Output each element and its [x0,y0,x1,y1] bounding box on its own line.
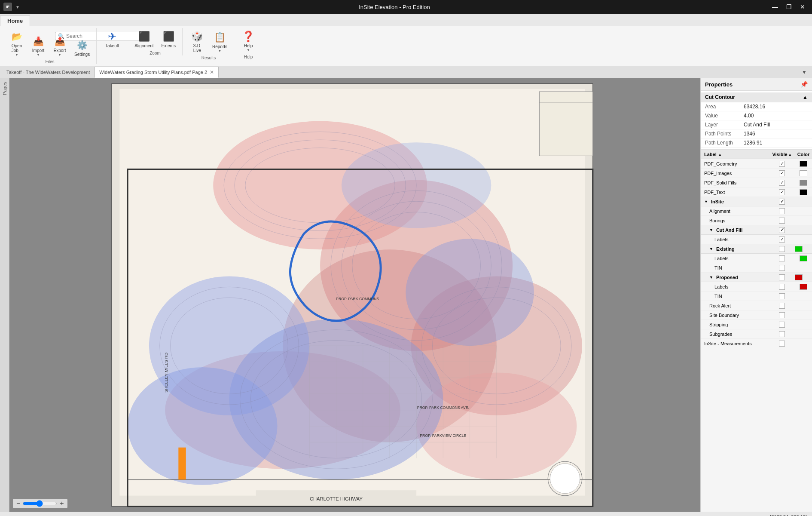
layer-color-existing[interactable] [795,246,812,252]
close-button[interactable]: ✕ [797,3,809,11]
visibility-check-stripping[interactable] [779,322,785,328]
color-swatch-pdf-solid-fills[interactable] [800,180,807,186]
layer-row-existing[interactable]: ▼Existing [701,244,812,254]
layer-row-tin-1[interactable]: TIN [701,263,812,273]
export-button[interactable]: 📤 Export ▼ [50,33,70,58]
canvas-area[interactable]: CHARLOTTE HIGHWAY SHELLEY MILLS RD PROP.… [9,78,700,512]
col-label[interactable]: Label ▲ [701,150,769,159]
minimize-button[interactable]: — [769,3,781,11]
layer-color-pdf-images[interactable] [795,170,812,176]
visibility-check-pdf-images[interactable] [779,170,785,176]
color-swatch-proposed[interactable] [795,274,803,280]
layer-vis-cut-and-fill[interactable] [769,227,795,233]
color-swatch-pdf-images[interactable] [800,170,807,176]
visibility-check-pdf-text[interactable] [779,189,785,195]
takeoff-button[interactable]: ✈ Takeoff [101,28,123,50]
layer-vis-existing[interactable] [769,246,795,252]
visibility-check-tin-1[interactable] [779,265,785,271]
color-swatch-labels-3[interactable] [800,284,807,290]
layer-row-stripping[interactable]: Stripping [701,320,812,329]
layer-row-pdf-text[interactable]: PDF_Text [701,187,812,197]
visibility-check-tin-2[interactable] [779,293,785,299]
visibility-check-pdf-solid-fills[interactable] [779,180,785,186]
color-swatch-pdf-text[interactable] [800,189,807,195]
layer-vis-tin-1[interactable] [769,265,795,271]
color-swatch-existing[interactable] [795,246,803,252]
settings-button[interactable]: ⚙️ Settings [71,37,93,58]
layer-vis-labels-2[interactable] [769,255,795,261]
layer-row-proposed[interactable]: ▼Proposed [701,273,812,282]
visibility-check-site-boundary[interactable] [779,312,785,318]
layer-row-tin-2[interactable]: TIN [701,292,812,301]
tab-plan-close[interactable]: ✕ [210,69,214,75]
col-visible[interactable]: Visible ▲ [769,150,795,159]
layer-color-pdf-text[interactable] [795,189,812,195]
layer-vis-stripping[interactable] [769,322,795,328]
layer-vis-labels-1[interactable] [769,236,795,243]
layer-row-labels-1[interactable]: Labels [701,235,812,244]
layer-row-cut-and-fill[interactable]: ▼Cut And Fill [701,225,812,235]
visibility-check-insite[interactable] [779,199,785,205]
color-swatch-labels-2[interactable] [800,255,807,261]
zoom-plus-button[interactable]: + [59,500,64,507]
group-arrow-proposed[interactable]: ▼ [709,275,713,280]
visibility-check-labels-3[interactable] [779,284,785,290]
layer-color-proposed[interactable] [795,274,812,280]
layer-row-labels-3[interactable]: Labels [701,282,812,292]
group-arrow-insite[interactable]: ▼ [704,200,708,204]
layer-vis-rock-alert[interactable] [769,303,795,309]
visibility-check-borings[interactable] [779,218,785,224]
layer-row-borings[interactable]: Borings [701,216,812,225]
visibility-check-pdf-geometry[interactable] [779,161,785,167]
help-button[interactable]: ❓ Help ▼ [238,28,258,54]
visibility-check-cut-and-fill[interactable] [779,227,785,233]
layer-color-labels-2[interactable] [795,255,812,261]
visibility-check-alignment[interactable] [779,208,785,214]
visibility-check-existing[interactable] [779,246,785,252]
reports-button[interactable]: 📋 Reports ▼ [209,29,230,55]
menu-arrow[interactable]: ▼ [15,5,20,9]
tab-dropdown-arrow[interactable]: ▼ [798,69,810,75]
layer-vis-proposed[interactable] [769,274,795,280]
extents-button[interactable]: ⬛ Extents [159,28,179,50]
properties-pin-icon[interactable]: 📌 [800,81,808,88]
pages-label[interactable]: Pages [2,82,7,95]
3d-live-button[interactable]: 🎲 3-DLive [187,28,208,55]
layer-row-rock-alert[interactable]: Rock Alert [701,301,812,310]
layer-vis-site-boundary[interactable] [769,312,795,318]
layer-row-pdf-geometry[interactable]: PDF_Geometry [701,159,812,169]
layer-row-alignment[interactable]: Alignment [701,206,812,216]
layer-vis-subgrades[interactable] [769,331,795,337]
cut-contour-collapse[interactable]: ▲ [803,94,808,100]
visibility-check-insite-measurements[interactable] [779,341,785,347]
layer-color-pdf-geometry[interactable] [795,161,812,167]
layer-vis-alignment[interactable] [769,208,795,214]
layer-vis-tin-2[interactable] [769,293,795,299]
layer-vis-labels-3[interactable] [769,284,795,290]
layer-vis-borings[interactable] [769,218,795,224]
layer-row-insite-measurements[interactable]: InSite - Measurements [701,339,812,348]
layer-vis-insite[interactable] [769,199,795,205]
visibility-check-labels-1[interactable] [779,236,785,243]
tab-home[interactable]: Home [0,15,30,26]
layer-row-labels-2[interactable]: Labels [701,254,812,263]
layer-color-pdf-solid-fills[interactable] [795,180,812,186]
import-button[interactable]: 📥 Import ▼ [28,33,48,58]
layer-row-insite[interactable]: ▼InSite [701,197,812,206]
layer-color-labels-3[interactable] [795,284,812,290]
visibility-check-proposed[interactable] [779,274,785,280]
layer-vis-insite-measurements[interactable] [769,341,795,347]
zoom-slider[interactable] [23,500,57,507]
color-swatch-pdf-geometry[interactable] [800,161,807,167]
alignment-button[interactable]: ⬛ Alignment [131,28,156,50]
tab-plan[interactable]: WideWaters Grading Storm Utility Plans.p… [95,67,219,78]
layer-vis-pdf-images[interactable] [769,170,795,176]
layer-row-pdf-images[interactable]: PDF_Images [701,169,812,178]
visibility-check-rock-alert[interactable] [779,303,785,309]
layer-vis-pdf-text[interactable] [769,189,795,195]
zoom-minus-button[interactable]: − [15,500,21,507]
layer-vis-pdf-geometry[interactable] [769,161,795,167]
layer-row-site-boundary[interactable]: Site Boundary [701,310,812,320]
layer-row-subgrades[interactable]: Subgrades [701,329,812,339]
group-arrow-cut-and-fill[interactable]: ▼ [709,228,713,232]
